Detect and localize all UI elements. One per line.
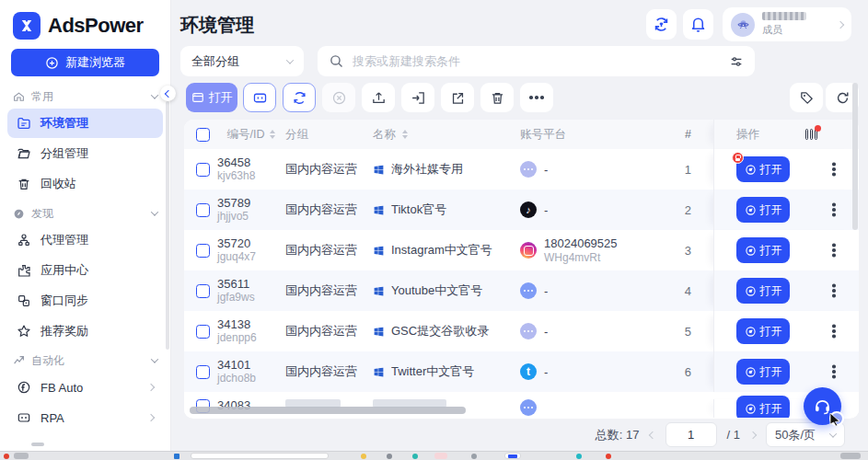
brand-name: AdsPower bbox=[48, 14, 144, 38]
sidebar-section-automation[interactable]: 自动化 bbox=[7, 350, 163, 372]
open-environment-button[interactable]: 打开 bbox=[736, 237, 790, 263]
sort-icon[interactable] bbox=[270, 130, 275, 139]
row-more-icon[interactable] bbox=[832, 208, 836, 212]
table-row[interactable]: 35720jguq4x7 国内内容运营 Instagram中文官号 180240… bbox=[184, 230, 859, 270]
sidebar-section-discover[interactable]: 发现 bbox=[7, 202, 163, 224]
share-button[interactable] bbox=[441, 83, 474, 112]
taskbar-start-icon[interactable] bbox=[174, 454, 179, 459]
open-selected-button[interactable]: 打开 bbox=[186, 83, 237, 112]
user-account[interactable]: 成员 bbox=[723, 7, 851, 41]
sidebar-item-group-management[interactable]: 分组管理 bbox=[7, 139, 163, 168]
sidebar-item-rpa[interactable]: RPA bbox=[7, 403, 163, 432]
taskbar-icon[interactable] bbox=[434, 453, 447, 459]
window-sync-icon bbox=[17, 293, 31, 308]
open-environment-button[interactable]: 打开 bbox=[736, 278, 790, 304]
sidebar-item-proxy-management[interactable]: 代理管理 bbox=[7, 225, 163, 255]
row-more-icon[interactable] bbox=[832, 370, 836, 374]
windows-taskbar[interactable] bbox=[0, 451, 868, 460]
browser-logo-icon bbox=[745, 403, 757, 415]
delete-button[interactable] bbox=[480, 83, 514, 112]
close-browser-button[interactable] bbox=[322, 83, 355, 112]
row-checkbox[interactable] bbox=[196, 325, 210, 339]
taskbar-icon[interactable] bbox=[606, 454, 611, 459]
tags-button[interactable] bbox=[790, 83, 823, 112]
row-more-icon[interactable] bbox=[832, 329, 836, 333]
row-checkbox[interactable] bbox=[196, 365, 210, 379]
group-filter-dropdown[interactable]: 全部分组 bbox=[180, 46, 304, 76]
taskbar-icon[interactable] bbox=[361, 454, 366, 459]
taskbar-search[interactable] bbox=[191, 453, 329, 459]
table-row[interactable]: 35789jhjjvo5 国内内容运营 Tiktok官号 - 2 打开 bbox=[184, 190, 859, 230]
open-environment-button[interactable]: 打开 bbox=[736, 318, 790, 344]
row-index: 3 bbox=[667, 244, 713, 258]
table-row[interactable]: 36458kjv63h8 国内内容运营 海外社媒专用 - 1 打开 bbox=[184, 149, 859, 190]
row-more-icon[interactable] bbox=[832, 289, 836, 293]
select-all-checkbox[interactable] bbox=[196, 128, 210, 142]
page-number-input[interactable] bbox=[665, 422, 717, 447]
filter-sliders-icon[interactable] bbox=[729, 54, 744, 69]
page-scrollbar[interactable] bbox=[852, 83, 858, 230]
adspower-app: AdsPower 新建浏览器 常用 环境管理 分组管理 回收站 bbox=[0, 0, 868, 460]
search-bar bbox=[318, 46, 755, 76]
platform-account: - bbox=[544, 325, 548, 339]
taskbar-icon[interactable] bbox=[471, 454, 477, 459]
column-header-name[interactable]: 名称 bbox=[373, 127, 520, 143]
open-environment-button[interactable]: 打开 bbox=[736, 197, 790, 223]
row-checkbox[interactable] bbox=[196, 244, 210, 258]
row-checkbox[interactable] bbox=[196, 203, 210, 217]
windows-icon bbox=[373, 204, 385, 216]
sync-button[interactable] bbox=[646, 9, 677, 40]
prev-page-button[interactable] bbox=[650, 432, 655, 438]
sidebar-item-fb-auto[interactable]: FB Auto bbox=[7, 373, 163, 402]
open-environment-button[interactable]: 打开 bbox=[736, 359, 790, 385]
open-environment-button[interactable]: 打开 bbox=[736, 156, 790, 182]
search-input[interactable] bbox=[353, 54, 721, 68]
import-button[interactable] bbox=[401, 83, 434, 112]
platform-icon bbox=[520, 161, 537, 178]
more-actions-button[interactable] bbox=[520, 83, 553, 112]
brand-logo[interactable]: AdsPower bbox=[0, 0, 170, 47]
rpa-batch-button[interactable] bbox=[243, 83, 276, 112]
platform-icon bbox=[520, 201, 537, 218]
taskbar-icon[interactable] bbox=[576, 454, 582, 459]
sidebar-scrollbar[interactable] bbox=[166, 101, 169, 350]
sidebar-item-window-sync[interactable]: 窗口同步 bbox=[7, 286, 163, 316]
table-row[interactable]: 34101jdcho8b 国内内容运营 Twitter中文官号 - 6 打开 bbox=[184, 351, 859, 392]
sort-icon[interactable] bbox=[402, 130, 408, 139]
table-row[interactable]: 35611jgfa9ws 国内内容运营 Youtube中文官号 - 4 打开 bbox=[184, 270, 859, 311]
page-size-dropdown[interactable]: 50条/页 bbox=[766, 422, 845, 447]
sidebar-section-common[interactable]: 常用 bbox=[7, 86, 163, 108]
taskbar-active-app[interactable] bbox=[504, 453, 521, 459]
row-checkbox[interactable] bbox=[196, 163, 210, 177]
taskbar-icon[interactable] bbox=[4, 454, 9, 459]
env-id: jdenpp6 bbox=[217, 332, 257, 344]
row-checkbox[interactable] bbox=[196, 284, 210, 298]
close-circle-icon bbox=[331, 90, 347, 106]
export-button[interactable] bbox=[362, 83, 395, 112]
new-browser-button[interactable]: 新建浏览器 bbox=[11, 49, 159, 76]
sidebar-item-referral-rewards[interactable]: 推荐奖励 bbox=[7, 316, 163, 346]
column-settings-icon[interactable] bbox=[805, 129, 817, 140]
open-environment-button[interactable]: 打开 bbox=[736, 396, 790, 418]
platform-account: 18024069525 bbox=[544, 236, 618, 250]
taskbar-icon[interactable] bbox=[387, 454, 392, 459]
sidebar-item-env-management[interactable]: 环境管理 bbox=[7, 109, 163, 138]
sidebar-item-app-center[interactable]: 应用中心 bbox=[7, 256, 163, 285]
taskbar-icon[interactable] bbox=[412, 454, 418, 459]
platform-icon bbox=[520, 399, 537, 416]
column-header-id[interactable]: 编号/ID bbox=[217, 127, 285, 143]
table-row[interactable]: 34138jdenpp6 国内内容运营 GSC提交谷歌收录 - 5 打开 bbox=[184, 311, 859, 351]
chevron-down-icon bbox=[286, 56, 294, 63]
platform-account: - bbox=[544, 203, 548, 217]
platform-account: - bbox=[544, 284, 548, 298]
sidebar-collapse-button[interactable] bbox=[160, 86, 176, 101]
sidebar-item-recycle-bin[interactable]: 回收站 bbox=[7, 169, 163, 199]
mouse-cursor bbox=[829, 413, 840, 426]
batch-sync-button[interactable] bbox=[283, 83, 316, 112]
row-more-icon[interactable] bbox=[832, 167, 836, 171]
windows-icon bbox=[373, 245, 385, 257]
row-more-icon[interactable] bbox=[832, 248, 836, 252]
horizontal-scrollbar[interactable] bbox=[190, 407, 466, 414]
next-page-button[interactable] bbox=[750, 432, 756, 438]
notifications-button[interactable] bbox=[683, 9, 713, 40]
